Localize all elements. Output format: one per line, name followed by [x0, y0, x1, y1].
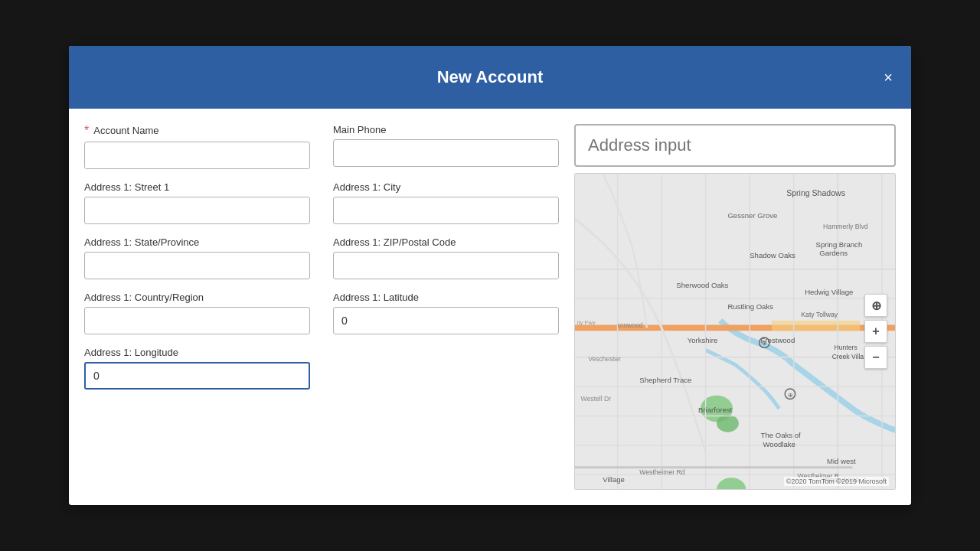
city-label: Address 1: City [333, 181, 559, 193]
street1-input[interactable] [84, 197, 310, 224]
compass-button[interactable]: ⊕ [864, 294, 887, 317]
svg-text:Westheimer Rd: Westheimer Rd [639, 468, 684, 476]
svg-text:Creek Villa: Creek Villa [832, 352, 864, 360]
svg-text:Gessner Grove: Gessner Grove [727, 210, 777, 219]
street1-label: Address 1: Street 1 [84, 181, 310, 193]
svg-text:Hammerly Blvd: Hammerly Blvd [823, 223, 868, 230]
zip-label: Address 1: ZIP/Postal Code [333, 236, 559, 248]
form-section: * Account Name Main Phone Address 1: Str… [84, 124, 559, 491]
svg-text:Gardens: Gardens [819, 249, 848, 257]
zip-input[interactable] [333, 252, 559, 279]
svg-text:ity Fwy: ity Fwy [577, 318, 596, 325]
main-phone-label: Main Phone [333, 124, 559, 135]
latitude-input[interactable] [333, 307, 559, 334]
zoom-out-icon: − [872, 350, 879, 364]
svg-point-2 [717, 414, 739, 432]
latitude-label: Address 1: Latitude [333, 292, 559, 303]
svg-text:Shadow Oaks: Shadow Oaks [750, 251, 795, 259]
svg-text:Woodlake: Woodlake [763, 440, 795, 448]
account-name-label: Account Name [93, 125, 158, 136]
new-account-modal: New Account × * Account Name [69, 46, 911, 506]
state-input[interactable] [84, 252, 310, 279]
close-button[interactable]: × [877, 67, 899, 88]
svg-text:ornwood: ornwood [618, 321, 643, 329]
street1-group: Address 1: Street 1 [84, 181, 310, 224]
longitude-group: Address 1: Longitude [84, 347, 310, 390]
account-name-label-row: * Account Name [84, 124, 310, 138]
svg-text:⊕: ⊕ [762, 340, 767, 347]
form-grid: * Account Name Main Phone Address 1: Str… [84, 124, 559, 390]
svg-text:The Oaks of: The Oaks of [761, 431, 802, 439]
account-name-input[interactable] [84, 142, 310, 169]
country-group: Address 1: Country/Region [84, 292, 310, 334]
longitude-input[interactable] [84, 362, 310, 390]
svg-text:Spring Shadows: Spring Shadows [786, 188, 845, 197]
map-section: Spring Shadows Gessner Grove Hammerly Bl… [574, 124, 896, 491]
map-controls: ⊕ + − [864, 294, 887, 369]
country-label: Address 1: Country/Region [84, 292, 310, 303]
latitude-group: Address 1: Latitude [333, 292, 559, 334]
country-input[interactable] [84, 307, 310, 334]
city-group: Address 1: City [333, 181, 559, 224]
svg-text:Mid west: Mid west [827, 457, 856, 465]
map-container: Spring Shadows Gessner Grove Hammerly Bl… [574, 173, 896, 491]
map-attribution: ©2020 TomTom ©2019 Microsoft [784, 477, 889, 486]
svg-text:Hedwig Village: Hedwig Village [805, 288, 853, 296]
svg-rect-5 [772, 321, 860, 331]
modal-overlay: New Account × * Account Name [0, 0, 980, 551]
required-star: * [84, 124, 89, 138]
state-group: Address 1: State/Province [84, 236, 310, 279]
compass-icon: ⊕ [871, 298, 881, 313]
svg-text:Veschester: Veschester [588, 354, 621, 362]
main-phone-group: Main Phone [333, 124, 559, 169]
zoom-out-button[interactable]: − [864, 346, 887, 369]
modal-header: New Account × [69, 46, 911, 109]
svg-text:Village: Village [603, 475, 625, 484]
city-input[interactable] [333, 197, 559, 224]
main-phone-input[interactable] [333, 139, 559, 167]
svg-text:Yorkshire: Yorkshire [688, 335, 718, 344]
zoom-in-icon: + [872, 324, 879, 338]
modal-body: * Account Name Main Phone Address 1: Str… [69, 109, 911, 506]
svg-text:Katy Tollway: Katy Tollway [801, 311, 838, 318]
svg-text:Hunters: Hunters [835, 344, 858, 351]
modal-title: New Account [437, 67, 544, 86]
state-label: Address 1: State/Province [84, 236, 310, 248]
map-svg: Spring Shadows Gessner Grove Hammerly Bl… [575, 174, 895, 490]
svg-text:Spring Branch: Spring Branch [816, 240, 863, 249]
address-input[interactable] [574, 124, 896, 167]
svg-text:⊕: ⊕ [788, 391, 793, 398]
svg-text:Sherwood Oaks: Sherwood Oaks [676, 280, 728, 289]
zoom-in-button[interactable]: + [864, 320, 887, 343]
longitude-label: Address 1: Longitude [84, 347, 310, 358]
svg-text:Briarforest: Briarforest [698, 406, 733, 414]
zip-group: Address 1: ZIP/Postal Code [333, 236, 559, 279]
svg-text:Rustling Oaks: Rustling Oaks [727, 302, 773, 311]
svg-text:Westell Dr: Westell Dr [581, 395, 612, 403]
svg-text:Shepherd Trace: Shepherd Trace [639, 376, 691, 384]
account-name-group: * Account Name [84, 124, 310, 169]
